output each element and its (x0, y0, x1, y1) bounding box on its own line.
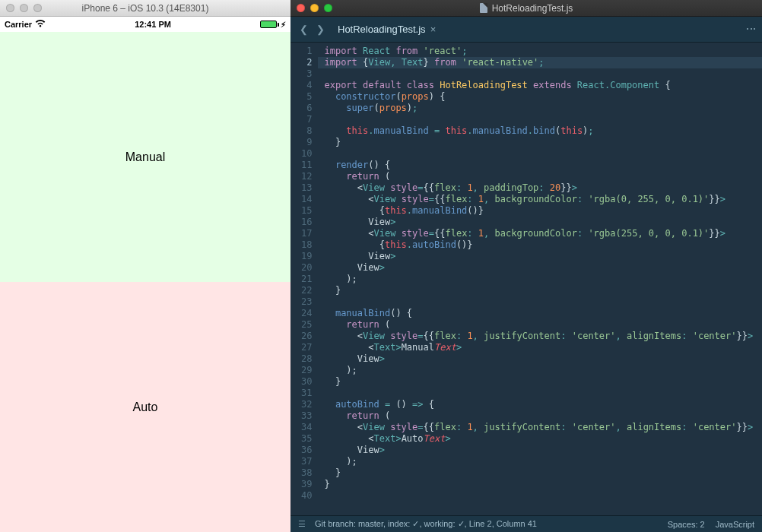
toolbar-overflow-icon[interactable]: ⋮ (745, 24, 757, 36)
status-spaces[interactable]: Spaces: 2 (668, 520, 705, 529)
editor-toolbar: ❮ ❯ HotReloadingTest.js × ⋮ (291, 17, 762, 43)
auto-label: Auto (133, 401, 158, 414)
tab-close-icon[interactable]: × (430, 24, 437, 35)
code-area[interactable]: import React from 'react';import {View, … (318, 43, 762, 515)
manual-panel: Manual (0, 32, 291, 282)
battery-icon: ⚡︎ (260, 21, 286, 29)
editor-title-text: HotReloadingTest.js (492, 3, 573, 14)
simulator-titlebar[interactable]: iPhone 6 – iOS 10.3 (14E8301) (0, 0, 291, 17)
app-root: Manual Auto (0, 32, 291, 532)
carrier-label: Carrier (5, 20, 32, 29)
tab-label: HotReloadingTest.js (338, 24, 426, 35)
manual-label: Manual (125, 150, 165, 164)
simulator-window-title: iPhone 6 – iOS 10.3 (14E8301) (0, 3, 291, 14)
document-icon (480, 3, 487, 13)
editor-tab[interactable]: HotReloadingTest.js × (338, 24, 436, 35)
editor-statusbar: ☰ Git branch: master, index: ✓, working:… (291, 515, 762, 532)
auto-panel: Auto (0, 282, 291, 532)
simulator-window: iPhone 6 – iOS 10.3 (14E8301) Carrier 12… (0, 0, 291, 532)
status-left: Git branch: master, index: ✓, working: ✓… (315, 519, 537, 528)
nav-back-icon[interactable]: ❮ (295, 24, 312, 35)
editor-window: HotReloadingTest.js ❮ ❯ HotReloadingTest… (291, 0, 762, 532)
wifi-icon (35, 20, 46, 29)
device-screen: Carrier 12:41 PM ⚡︎ Manual Auto (0, 17, 291, 532)
editor-body[interactable]: 1234567891011121314151617181920212223242… (291, 43, 762, 515)
statusbar-time: 12:41 PM (135, 20, 171, 29)
statusbar-menu-icon[interactable]: ☰ (298, 519, 306, 528)
line-number-gutter: 1234567891011121314151617181920212223242… (291, 43, 318, 515)
status-language[interactable]: JavaScript (716, 520, 754, 529)
ios-statusbar: Carrier 12:41 PM ⚡︎ (0, 17, 291, 32)
editor-window-title: HotReloadingTest.js (291, 3, 762, 14)
editor-titlebar[interactable]: HotReloadingTest.js (291, 0, 762, 17)
nav-forward-icon[interactable]: ❯ (312, 24, 329, 35)
